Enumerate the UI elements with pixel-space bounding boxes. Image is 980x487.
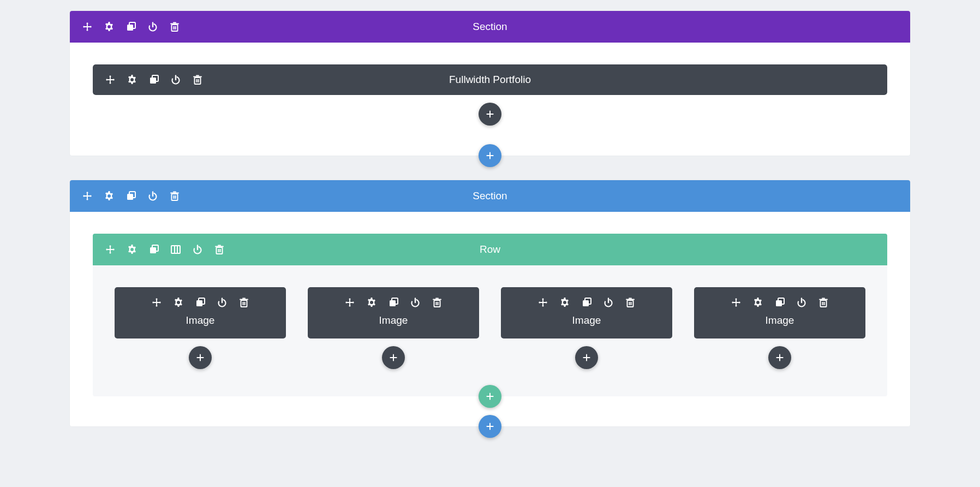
section-toolbar (70, 191, 180, 201)
section-title: Section (70, 190, 910, 202)
trash-icon[interactable] (625, 297, 636, 308)
power-icon[interactable] (410, 297, 421, 308)
row-toolbar (93, 244, 225, 255)
trash-icon[interactable] (432, 297, 443, 308)
module-toolbar (120, 297, 280, 308)
section-header: Section (70, 180, 910, 212)
module-label: Image (700, 314, 860, 326)
section-body: Fullwidth Portfolio (70, 43, 910, 156)
module-title: Fullwidth Portfolio (93, 74, 887, 86)
move-icon[interactable] (105, 74, 116, 85)
column-2: Image (308, 287, 479, 369)
row-columns: Image (115, 287, 865, 369)
gear-icon[interactable] (752, 297, 763, 308)
duplicate-icon[interactable] (148, 244, 159, 255)
row: Row (93, 234, 887, 396)
section-title: Section (70, 21, 910, 33)
move-icon[interactable] (151, 297, 162, 308)
duplicate-icon[interactable] (581, 297, 592, 308)
module-toolbar (313, 297, 474, 308)
move-icon[interactable] (537, 297, 548, 308)
module-image: Image (694, 287, 865, 338)
section-fullwidth: Section Fullwidth Portfolio (70, 11, 910, 156)
add-module-button[interactable] (189, 346, 212, 369)
gear-icon[interactable] (127, 244, 138, 255)
duplicate-icon[interactable] (774, 297, 785, 308)
module-image: Image (308, 287, 479, 338)
module-image: Image (501, 287, 672, 338)
column-4: Image (694, 287, 865, 369)
add-section-button[interactable] (479, 144, 501, 167)
move-icon[interactable] (731, 297, 742, 308)
module-toolbar (93, 74, 203, 85)
trash-icon[interactable] (818, 297, 829, 308)
column-3: Image (501, 287, 672, 369)
module-fullwidth-portfolio: Fullwidth Portfolio (93, 64, 887, 95)
trash-icon[interactable] (214, 244, 225, 255)
gear-icon[interactable] (366, 297, 377, 308)
section-body: Row (70, 212, 910, 426)
add-module-button[interactable] (575, 346, 598, 369)
module-header: Fullwidth Portfolio (93, 64, 887, 95)
module-label: Image (120, 314, 280, 326)
module-label: Image (506, 314, 667, 326)
gear-icon[interactable] (559, 297, 570, 308)
column-1: Image (115, 287, 286, 369)
module-toolbar (700, 297, 860, 308)
power-icon[interactable] (192, 244, 203, 255)
section-toolbar (70, 21, 180, 32)
module-toolbar (506, 297, 667, 308)
trash-icon[interactable] (169, 191, 180, 201)
power-icon[interactable] (603, 297, 614, 308)
add-section-button[interactable] (479, 415, 501, 438)
row-body: Image (93, 265, 887, 396)
duplicate-icon[interactable] (126, 191, 136, 201)
gear-icon[interactable] (104, 21, 115, 32)
move-icon[interactable] (82, 21, 93, 32)
gear-icon[interactable] (104, 191, 115, 201)
gear-icon[interactable] (173, 297, 184, 308)
module-image: Image (115, 287, 286, 338)
add-module-button[interactable] (768, 346, 791, 369)
duplicate-icon[interactable] (388, 297, 399, 308)
section-header: Section (70, 11, 910, 43)
add-row-button[interactable] (479, 385, 501, 408)
move-icon[interactable] (105, 244, 116, 255)
section-standard: Section Row (70, 180, 910, 426)
duplicate-icon[interactable] (148, 74, 159, 85)
power-icon[interactable] (147, 191, 158, 201)
module-label: Image (313, 314, 474, 326)
row-header: Row (93, 234, 887, 265)
power-icon[interactable] (217, 297, 228, 308)
trash-icon[interactable] (192, 74, 203, 85)
add-module-button[interactable] (479, 103, 501, 126)
add-module-button[interactable] (382, 346, 405, 369)
columns-icon[interactable] (170, 244, 181, 255)
power-icon[interactable] (147, 21, 158, 32)
power-icon[interactable] (796, 297, 807, 308)
duplicate-icon[interactable] (195, 297, 206, 308)
trash-icon[interactable] (169, 21, 180, 32)
gear-icon[interactable] (127, 74, 138, 85)
trash-icon[interactable] (238, 297, 249, 308)
power-icon[interactable] (170, 74, 181, 85)
move-icon[interactable] (344, 297, 355, 308)
move-icon[interactable] (82, 191, 93, 201)
duplicate-icon[interactable] (126, 21, 136, 32)
